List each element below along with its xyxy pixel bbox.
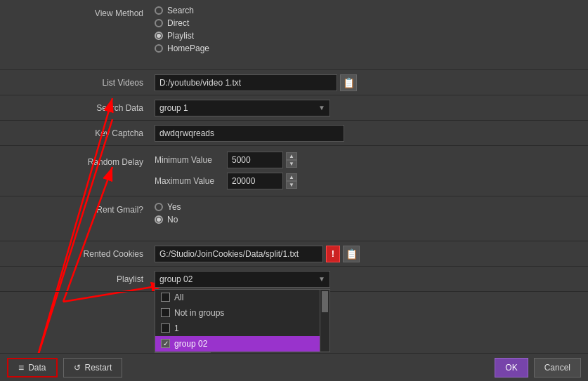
search-data-label: Search Data	[0, 103, 155, 113]
min-delay-label: Minimum Value	[155, 155, 221, 165]
playlist-option-all[interactable]: All	[155, 290, 329, 305]
search-data-dropdown[interactable]: group 1 ▼	[155, 100, 330, 116]
key-captcha-label: Key Captcha	[0, 128, 155, 138]
rent-gmail-radio-group: Yes No	[155, 202, 181, 225]
max-delay-label: Maximum Value	[155, 176, 221, 186]
max-delay-row: Maximum Value ▲ ▼	[155, 173, 297, 189]
search-data-value: group 1 ▼	[155, 100, 588, 116]
radio-search[interactable]: Search	[155, 6, 209, 15]
database-icon: ≡	[18, 362, 24, 373]
random-delay-row: Random Delay Minimum Value ▲ ▼	[0, 146, 588, 196]
playlist-dropdown-value: group 02	[159, 274, 192, 284]
min-delay-spinner: ▲ ▼	[227, 152, 297, 168]
max-delay-spinner-buttons: ▲ ▼	[286, 173, 297, 189]
radio-no[interactable]: No	[155, 215, 181, 225]
radio-search-circle	[155, 6, 163, 15]
bottom-right-buttons: OK Cancel	[495, 358, 581, 377]
playlist-option-1-label: 1	[174, 323, 179, 333]
search-data-row: Search Data group 1 ▼	[0, 95, 588, 121]
playlist-value: group 02 ▼ All Not in groups	[155, 271, 588, 288]
max-delay-up-btn[interactable]: ▲	[286, 173, 297, 181]
playlist-checkbox-all	[161, 293, 170, 302]
rent-gmail-label: Rent Gmail?	[0, 202, 155, 215]
cancel-button[interactable]: Cancel	[534, 358, 581, 377]
playlist-option-not-in-groups-label: Not in groups	[174, 308, 224, 318]
view-method-value: Search Direct Playlist HomePage	[155, 6, 588, 53]
min-delay-input[interactable]	[227, 152, 283, 168]
delay-fields: Minimum Value ▲ ▼ Maximum Value	[155, 152, 297, 189]
radio-no-circle	[155, 215, 163, 224]
view-method-radio-group: Search Direct Playlist HomePage	[155, 6, 209, 53]
rent-gmail-value: Yes No	[155, 202, 588, 225]
playlist-option-all-label: All	[174, 293, 183, 302]
search-data-dropdown-value: group 1	[159, 103, 188, 113]
playlist-dropdown[interactable]: group 02 ▼	[155, 271, 330, 288]
max-delay-input[interactable]	[227, 173, 283, 189]
list-videos-label: List Videos	[0, 78, 155, 88]
view-method-label: View Method	[0, 6, 155, 18]
main-container: View Method Search Direct Playlist	[0, 0, 588, 381]
radio-homepage-label: HomePage	[167, 44, 209, 53]
playlist-label: Playlist	[0, 274, 155, 284]
playlist-checkbox-1	[161, 323, 170, 333]
radio-yes[interactable]: Yes	[155, 202, 181, 212]
playlist-checkbox-group02: ✓	[161, 339, 170, 348]
list-videos-row: List Videos 📋	[0, 70, 588, 95]
playlist-dropdown-container: group 02 ▼ All Not in groups	[155, 271, 330, 288]
radio-direct[interactable]: Direct	[155, 18, 209, 28]
min-delay-row: Minimum Value ▲ ▼	[155, 152, 297, 168]
search-data-dropdown-arrow: ▼	[318, 104, 325, 112]
rented-cookies-input[interactable]	[155, 246, 323, 262]
max-delay-spinner: ▲ ▼	[227, 173, 297, 189]
content-area: View Method Search Direct Playlist	[0, 0, 588, 353]
radio-playlist-label: Playlist	[167, 31, 194, 41]
playlist-option-1[interactable]: 1	[155, 321, 329, 336]
radio-playlist[interactable]: Playlist	[155, 31, 209, 41]
radio-direct-label: Direct	[167, 18, 189, 28]
ok-button[interactable]: OK	[495, 358, 528, 377]
min-delay-up-btn[interactable]: ▲	[286, 152, 297, 160]
playlist-checkbox-not-in-groups	[161, 308, 170, 317]
rented-cookies-value: ! 📋	[155, 246, 588, 262]
playlist-option-not-in-groups[interactable]: Not in groups	[155, 305, 329, 321]
bottom-bar: ≡ Data ↺ Restart OK Cancel	[0, 353, 588, 381]
playlist-option-group02-label: group 02	[174, 339, 207, 349]
radio-yes-circle	[155, 203, 163, 211]
playlist-row: Playlist group 02 ▼ All	[0, 267, 588, 292]
key-captcha-row: Key Captcha	[0, 121, 588, 146]
view-method-row: View Method Search Direct Playlist	[0, 0, 588, 70]
data-button-label: Data	[28, 363, 46, 373]
playlist-dropdown-popup: All Not in groups 1	[155, 289, 330, 352]
rented-cookies-file-button[interactable]: 📋	[343, 246, 360, 262]
random-delay-label: Random Delay	[0, 152, 155, 167]
min-delay-down-btn[interactable]: ▼	[286, 160, 297, 168]
radio-playlist-circle	[155, 32, 163, 40]
random-delay-value: Minimum Value ▲ ▼ Maximum Value	[155, 152, 588, 189]
playlist-option-group02[interactable]: ✓ group 02	[155, 336, 329, 352]
rented-cookies-row: Rented Cookies ! 📋	[0, 241, 588, 267]
list-videos-value: 📋	[155, 74, 588, 91]
radio-homepage-circle	[155, 44, 163, 53]
cancel-button-label: Cancel	[544, 363, 570, 373]
radio-no-label: No	[167, 215, 178, 225]
list-videos-input[interactable]	[155, 74, 337, 91]
key-captcha-input[interactable]	[155, 125, 344, 142]
rent-gmail-row: Rent Gmail? Yes No	[0, 196, 588, 241]
playlist-dropdown-arrow: ▼	[318, 275, 325, 283]
data-button[interactable]: ≡ Data	[7, 358, 58, 377]
radio-direct-circle	[155, 19, 163, 27]
restart-button[interactable]: ↺ Restart	[63, 358, 123, 377]
ok-button-label: OK	[505, 363, 517, 373]
bottom-left-buttons: ≡ Data ↺ Restart	[7, 358, 122, 377]
max-delay-down-btn[interactable]: ▼	[286, 181, 297, 189]
radio-yes-label: Yes	[167, 202, 181, 212]
rented-cookies-error-button[interactable]: !	[326, 246, 340, 262]
list-videos-file-button[interactable]: 📋	[340, 74, 357, 91]
radio-homepage[interactable]: HomePage	[155, 44, 209, 53]
restart-icon: ↺	[74, 363, 81, 373]
radio-search-label: Search	[167, 6, 194, 15]
key-captcha-value	[155, 125, 588, 142]
rented-cookies-label: Rented Cookies	[0, 249, 155, 259]
min-delay-spinner-buttons: ▲ ▼	[286, 152, 297, 168]
restart-button-label: Restart	[85, 363, 112, 373]
